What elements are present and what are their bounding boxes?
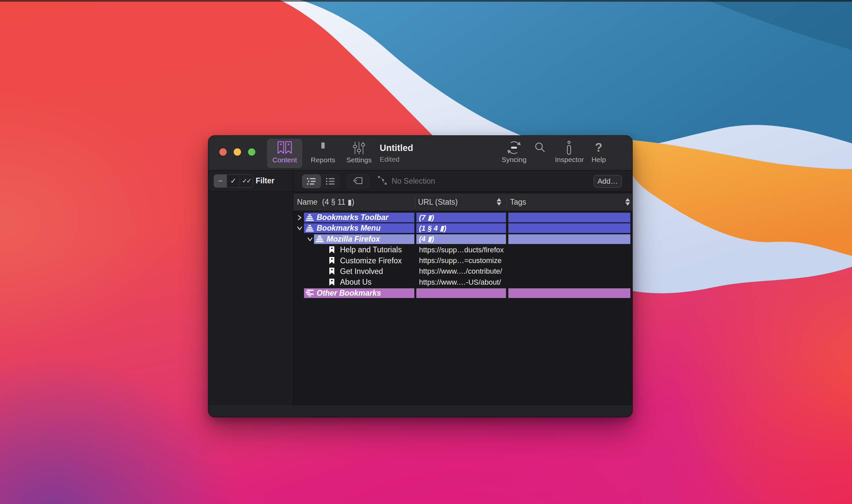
search-button[interactable] bbox=[532, 139, 547, 168]
tab-settings-label: Settings bbox=[342, 156, 376, 164]
table-row[interactable]: About Us https://www.…-US/about/ bbox=[293, 277, 633, 288]
list-view-button[interactable] bbox=[321, 174, 340, 188]
url-cell bbox=[416, 288, 506, 298]
disclosure-chevron-icon[interactable] bbox=[297, 226, 302, 231]
url-cell: https://supp…=customize bbox=[416, 256, 506, 266]
filter-label: Filter bbox=[256, 176, 274, 185]
row-url-label: (1 § 4 ▮) bbox=[419, 224, 446, 233]
url-cell: (4 ▮) bbox=[416, 234, 506, 244]
column-header-tags[interactable]: Tags bbox=[510, 198, 526, 207]
row-url-label: (4 ▮) bbox=[419, 235, 434, 243]
table-row[interactable]: Bookmarks Toolbar (7 ▮) bbox=[293, 212, 633, 223]
bookmark-icon bbox=[328, 279, 336, 286]
row-name-label: Bookmarks Toolbar bbox=[317, 213, 388, 222]
folder-icon bbox=[316, 236, 324, 242]
tab-content-label: Content bbox=[267, 156, 302, 164]
url-cell: (7 ▮) bbox=[416, 213, 506, 222]
tab-settings[interactable]: Settings bbox=[342, 139, 376, 168]
row-name-label: Get Involved bbox=[340, 267, 383, 276]
row-name-label: Customize Firefox bbox=[340, 256, 402, 265]
status-bar bbox=[209, 406, 632, 417]
url-cell: (1 § 4 ▮) bbox=[416, 223, 506, 233]
syncing-button[interactable]: Syncing bbox=[500, 139, 528, 168]
disclosure-chevron-icon[interactable] bbox=[307, 237, 313, 242]
hierarchy-icon bbox=[378, 176, 388, 186]
row-name-label: Help and Tutorials bbox=[340, 245, 402, 254]
folder-icon bbox=[306, 225, 314, 232]
window-title-block: Untitled Edited bbox=[380, 143, 413, 163]
sort-arrows-icon bbox=[626, 197, 630, 208]
table-row[interactable]: Get Involved https://www.…/contribute/ bbox=[293, 266, 633, 277]
row-url-label: https://supp…=customize bbox=[419, 256, 502, 265]
name-cell: Other Bookmarks bbox=[304, 288, 414, 298]
inspector-button[interactable]: Inspector bbox=[555, 139, 583, 168]
column-resize-handle[interactable] bbox=[507, 197, 507, 208]
disclosure-chevron-icon[interactable] bbox=[297, 215, 302, 220]
row-name-label: Bookmarks Menu bbox=[317, 224, 381, 233]
zoom-button[interactable] bbox=[248, 148, 255, 156]
name-cell: Mozilla Firefox bbox=[314, 234, 414, 244]
help-button[interactable]: ? Help bbox=[588, 139, 609, 168]
tags-cell bbox=[508, 245, 630, 255]
name-cell: Get Involved bbox=[328, 267, 414, 276]
url-cell: https://www.…-US/about/ bbox=[416, 277, 506, 287]
tags-cell bbox=[508, 267, 630, 276]
name-cell: About Us bbox=[328, 277, 414, 287]
table-row[interactable]: Customize Firefox https://supp…=customiz… bbox=[293, 256, 633, 266]
reports-icon bbox=[316, 141, 330, 155]
row-name-label: About Us bbox=[340, 278, 371, 287]
url-cell: https://supp…ducts/firefox bbox=[416, 245, 506, 255]
tags-cell bbox=[508, 223, 630, 233]
column-header-name[interactable]: Name (4 § 11 ▮) bbox=[297, 198, 354, 207]
tags-cell bbox=[508, 234, 630, 244]
view-mode-segmented-control bbox=[302, 174, 340, 188]
sidebar bbox=[209, 192, 293, 406]
name-cell: Customize Firefox bbox=[328, 256, 414, 266]
tags-cell bbox=[508, 288, 630, 298]
row-url-label: (7 ▮) bbox=[419, 213, 434, 222]
table-rows: Bookmarks Toolbar (7 ▮) Bookmarks Menu (… bbox=[293, 212, 633, 299]
app-window: Content Reports bbox=[208, 135, 633, 417]
minimize-button[interactable] bbox=[234, 148, 241, 156]
sort-arrows-icon bbox=[497, 197, 501, 208]
column-resize-handle[interactable] bbox=[415, 197, 415, 208]
row-url-label: https://www.…-US/about/ bbox=[419, 278, 501, 287]
filter-check-segment[interactable]: ✓ bbox=[226, 175, 240, 187]
tab-content[interactable]: Content bbox=[267, 139, 302, 168]
row-url-label: https://supp…ducts/firefox bbox=[419, 246, 504, 254]
filter-doublecheck-segment[interactable]: ✓✓ bbox=[240, 175, 253, 187]
name-column-stats: (4 § 11 ▮) bbox=[322, 198, 354, 207]
table-row[interactable]: Mozilla Firefox (4 ▮) bbox=[293, 234, 633, 245]
syncing-label: Syncing bbox=[500, 156, 528, 164]
bookmark-icon bbox=[328, 246, 336, 254]
url-cell: https://www.…/contribute/ bbox=[416, 267, 506, 276]
add-button[interactable]: Add… bbox=[594, 175, 622, 188]
settings-sliders-icon bbox=[352, 141, 366, 155]
sync-icon bbox=[506, 140, 522, 155]
tab-reports[interactable]: Reports bbox=[307, 139, 339, 168]
column-header-url[interactable]: URL (Stats) bbox=[418, 198, 458, 207]
sidebar-divider[interactable] bbox=[293, 171, 293, 406]
tag-button[interactable] bbox=[347, 174, 369, 188]
row-url-label: https://www.…/contribute/ bbox=[419, 267, 502, 276]
table-row[interactable]: Bookmarks Menu (1 § 4 ▮) bbox=[293, 223, 633, 234]
close-button[interactable] bbox=[219, 148, 226, 156]
tags-cell bbox=[508, 213, 630, 222]
help-icon: ? bbox=[591, 140, 606, 155]
inspector-label: Inspector bbox=[555, 156, 583, 164]
traffic-lights bbox=[219, 148, 255, 156]
desktop: Content Reports bbox=[0, 0, 852, 504]
window-title: Untitled bbox=[380, 143, 413, 153]
selection-status: No Selection bbox=[378, 176, 435, 186]
bookmarks-icon bbox=[277, 141, 292, 155]
table-header: Name (4 § 11 ▮) URL (Stats) Tags bbox=[293, 193, 633, 211]
table-row[interactable]: Help and Tutorials https://supp…ducts/fi… bbox=[293, 245, 633, 255]
filter-none-segment[interactable]: − bbox=[214, 175, 226, 187]
name-cell: Bookmarks Toolbar bbox=[304, 213, 414, 222]
document-edited-badge: Edited bbox=[380, 155, 413, 163]
table-row[interactable]: Other Bookmarks bbox=[293, 288, 633, 299]
outline-view-button[interactable] bbox=[302, 174, 321, 188]
bookmarks-table: Name (4 § 11 ▮) URL (Stats) Tags Bookmar… bbox=[293, 192, 633, 406]
name-cell: Help and Tutorials bbox=[328, 245, 414, 255]
titlebar: Content Reports bbox=[209, 136, 632, 170]
